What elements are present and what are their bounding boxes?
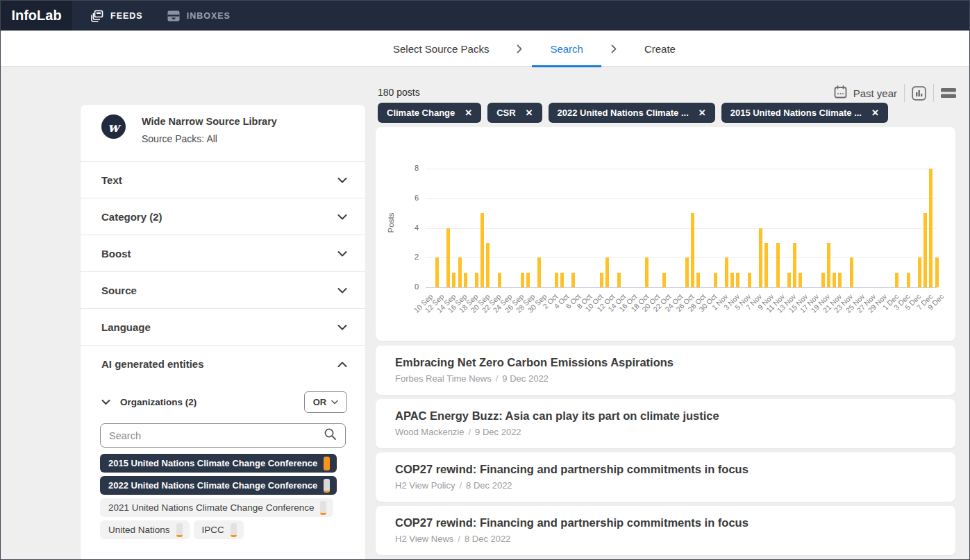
chevron-up-icon <box>337 358 347 371</box>
entity-chip[interactable]: 2022 United Nations Climate Change Confe… <box>100 476 337 495</box>
filter-section-source[interactable]: Source <box>81 272 365 309</box>
chart-bar <box>526 273 530 287</box>
frequency-gauge-icon <box>320 501 326 515</box>
y-axis-title: Posts <box>387 213 395 233</box>
chart-bar <box>714 273 717 287</box>
chart-view-toggle[interactable] <box>912 86 926 101</box>
wide-narrow-avatar: w <box>101 114 126 139</box>
gridline-y4 <box>426 228 937 229</box>
chart-bar <box>537 257 541 287</box>
entity-chip[interactable]: IPCC <box>194 520 244 539</box>
entity-chip[interactable]: United Nations <box>100 520 190 539</box>
frequency-gauge-icon <box>231 523 237 537</box>
article-meta: Forbes Real Time News/9 Dec 2022 <box>395 373 549 384</box>
article-title: Embracing Net Zero Carbon Emissions Aspi… <box>395 356 674 369</box>
article-title: APAC Energy Buzz: Asia can play its part… <box>395 409 719 423</box>
nav-item-inboxes[interactable]: INBOXES <box>167 9 231 23</box>
filter-section-ai-generated-entities[interactable]: AI generated entities <box>81 346 365 382</box>
operator-dropdown[interactable]: OR <box>304 391 347 413</box>
gridline-y8 <box>426 169 937 169</box>
entity-chip[interactable]: 2021 United Nations Climate Change Confe… <box>100 498 333 517</box>
article-date: 9 Dec 2022 <box>502 373 549 384</box>
date-range-selector[interactable]: Past year <box>834 85 897 101</box>
chart-bar <box>486 243 490 287</box>
breadcrumb: Select Source PacksSearchCreate <box>393 31 676 67</box>
chart-bar <box>776 243 780 287</box>
article-date: 9 Dec 2022 <box>475 427 521 437</box>
nav-label: FEEDS <box>110 11 143 21</box>
organizations-search <box>100 423 346 448</box>
divider <box>904 84 905 102</box>
filter-chip[interactable]: 2015 United Nations Climate ...✕ <box>721 103 888 123</box>
filter-section-category-2-[interactable]: Category (2) <box>81 198 365 235</box>
breadcrumb-step-search[interactable]: Search <box>550 31 583 67</box>
nav-item-feeds[interactable]: FEEDS <box>90 9 143 23</box>
chart-bar <box>617 273 621 287</box>
chart-bar <box>827 243 830 287</box>
breadcrumb-step-create[interactable]: Create <box>644 31 676 67</box>
entity-chip[interactable]: 2015 United Nations Climate Change Confe… <box>100 454 337 473</box>
filter-chip[interactable]: 2022 United Nations Climate ...✕ <box>549 103 715 123</box>
filter-chip[interactable]: Climate Change✕ <box>378 103 481 123</box>
article-source: H2 View News <box>395 534 453 544</box>
chart-bar <box>759 228 762 288</box>
inboxes-icon <box>167 9 181 23</box>
operator-value: OR <box>313 397 327 407</box>
chart-bar <box>464 273 467 287</box>
bar-chart-icon <box>912 86 926 101</box>
entity-chip-label: 2015 United Nations Climate Change Confe… <box>108 458 317 468</box>
post-count: 180 posts <box>378 87 420 98</box>
chevron-right-icon <box>517 44 522 53</box>
gridline-y2 <box>426 257 937 258</box>
chart-bar <box>555 273 558 287</box>
article-source: H2 View Policy <box>395 480 455 491</box>
chart-bar <box>600 273 603 287</box>
active-filter-chips: Climate Change✕CSR✕2022 United Nations C… <box>378 103 888 123</box>
organizations-label: Organizations (2) <box>120 397 196 407</box>
article-card[interactable]: COP27 rewind: Financing and partnership … <box>376 452 955 502</box>
y-axis-tick-label: 2 <box>380 253 419 261</box>
chart-bar <box>475 273 478 287</box>
top-bar: InfoLab FEEDSINBOXES <box>1 1 969 31</box>
chart-bar <box>850 257 853 287</box>
article-source: Forbes Real Time News <box>395 373 492 384</box>
close-icon[interactable]: ✕ <box>871 108 879 118</box>
close-icon[interactable]: ✕ <box>465 108 472 118</box>
library-title: Wide Narrow Source Library <box>142 116 277 127</box>
show-more-link[interactable]: Show more <box>258 557 306 560</box>
chart-bar <box>838 273 842 287</box>
chevron-down-icon <box>337 321 347 333</box>
chevron-down-icon <box>337 173 347 186</box>
search-input[interactable] <box>109 430 324 441</box>
chart-bar <box>662 273 666 287</box>
filter-section-language[interactable]: Language <box>81 309 365 346</box>
breadcrumb-step-select-source-packs[interactable]: Select Source Packs <box>393 31 489 67</box>
filter-section-boost[interactable]: Boost <box>81 235 365 272</box>
article-card[interactable]: Embracing Net Zero Carbon Emissions Aspi… <box>376 346 955 395</box>
chart-bar <box>764 243 768 287</box>
close-icon[interactable]: ✕ <box>699 108 706 118</box>
chevron-down-icon[interactable] <box>101 399 110 405</box>
chart-bar <box>645 257 649 287</box>
list-icon <box>941 87 956 99</box>
chart-bar <box>452 273 455 287</box>
search-icon[interactable] <box>324 427 337 443</box>
list-view-toggle[interactable] <box>941 87 956 99</box>
article-card[interactable]: COP27 rewind: Financing and partnership … <box>376 506 955 555</box>
filter-section-label: Boost <box>101 248 131 260</box>
chevron-right-icon <box>611 44 617 53</box>
chart-bar <box>521 273 524 287</box>
filter-section-text[interactable]: Text <box>81 162 365 198</box>
filter-section-label: Source <box>101 285 137 296</box>
meta-separator: / <box>468 427 471 437</box>
filter-chip[interactable]: CSR✕ <box>487 103 542 123</box>
close-icon[interactable]: ✕ <box>526 108 533 118</box>
chart-bar <box>725 257 728 287</box>
article-card[interactable]: APAC Energy Buzz: Asia can play its part… <box>376 399 955 448</box>
meta-separator: / <box>459 480 462 491</box>
entity-chip-label: IPCC <box>202 525 224 535</box>
gridline-y6 <box>426 198 937 199</box>
chevron-down-icon <box>337 210 347 223</box>
filter-sections: TextCategory (2)BoostSourceLanguageAI ge… <box>81 162 365 382</box>
nav-label: INBOXES <box>187 11 231 21</box>
